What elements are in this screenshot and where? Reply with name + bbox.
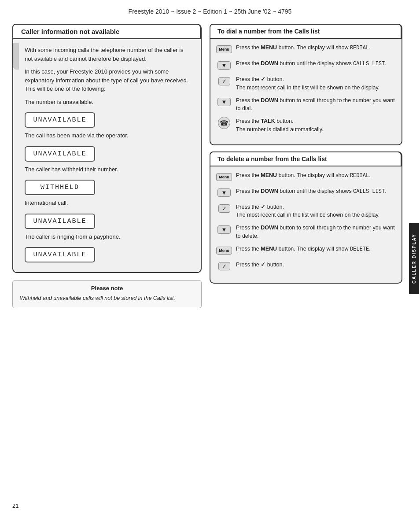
dial-step-1-text: Press the MENU button. The display will … [236,44,395,52]
item2-text: The call has been made via the operator. [25,131,193,140]
dial-step-3-text: Press the ✓ button. The most recent call… [236,75,395,92]
talk-button-icon: ☎ [218,117,230,129]
delete-step-3: ✓ Press the ✓ button. The most recent ca… [217,203,395,220]
delete-section-box: To delete a number from the Calls list M… [210,151,402,284]
menu-button-icon: Menu [216,45,232,53]
delete-step-2-icon: ▼ [217,187,232,199]
display-unavailable-2: UNAVAILABLE [25,146,95,162]
dial-step-3-icon: ✓ [217,75,232,87]
dial-step-1-icon: Menu [217,44,232,55]
display-withheld: WITHHELD [25,180,95,195]
please-note-body: Withheld and unavailable calls will not … [20,294,194,303]
down-button-icon-d4: ▼ [217,225,231,234]
delete-step-4-text: Press the DOWN button to scroll through … [236,224,395,240]
check-button-icon-d6: ✓ [218,262,230,270]
right-column: To dial a number from the Calls list Men… [210,24,402,308]
down-button-icon-2: ▼ [217,98,231,106]
menu-button-icon-d1: Menu [216,173,232,181]
menu-button-icon-d5: Menu [216,247,232,255]
dial-step-4-text: Press the DOWN button to scroll through … [236,96,395,113]
dial-step-2-text: Press the DOWN button until the display … [236,59,395,68]
dial-section-title: To dial a number from the Calls list [210,24,402,39]
caller-para2: In this case, your Freestyle 2010 provid… [25,67,193,93]
delete-section-body: Menu Press the MENU button. The display … [210,167,402,283]
item5-text: The caller is ringing from a payphone. [25,233,193,241]
dial-step-1: Menu Press the MENU button. The display … [217,44,395,55]
caller-info-box: Caller information not available With so… [12,24,202,273]
down-button-icon-d2: ▼ [217,188,231,197]
item1-text: The number is unavailable. [25,98,193,107]
dial-section-box: To dial a number from the Calls list Men… [210,24,402,145]
delete-step-1-icon: Menu [217,171,232,183]
delete-step-6: ✓ Press the ✓ button. [217,261,395,272]
dial-step-2: ▼ Press the DOWN button until the displa… [217,59,395,71]
check-button-icon-d3: ✓ [218,204,230,213]
delete-step-4: ▼ Press the DOWN button to scroll throug… [217,224,395,240]
caller-para1: With some incoming calls the telephone n… [25,46,193,63]
left-column: Caller information not available With so… [12,24,202,308]
side-tab: CALLER DISPLAY [408,132,420,385]
down-button-icon: ▼ [217,61,231,70]
dial-step-4: ▼ Press the DOWN button to scroll throug… [217,96,395,113]
delete-step-5-text: Press the MENU button. The display will … [236,245,395,253]
delete-step-3-icon: ✓ [217,203,232,214]
delete-step-6-text: Press the ✓ button. [236,261,395,269]
caller-info-title: Caller information not available [12,24,201,39]
dial-step-2-icon: ▼ [217,59,232,71]
delete-step-5: Menu Press the MENU button. The display … [217,245,395,256]
display-unavailable-3: UNAVAILABLE [25,214,95,229]
delete-step-3-text: Press the ✓ button. The most recent call… [236,203,395,220]
item3-text: The caller has withheld their number. [25,165,193,174]
page-number: 21 [12,502,18,509]
please-note-title: Please note [20,285,194,292]
dial-step-4-icon: ▼ [217,96,232,108]
delete-step-5-icon: Menu [217,245,232,256]
check-button-icon: ✓ [218,77,230,85]
display-unavailable-1: UNAVAILABLE [25,112,95,128]
page-header: Freestyle 2010 ~ Issue 2 ~ Edition 1 ~ 2… [0,0,420,19]
delete-step-4-icon: ▼ [217,224,232,235]
delete-section-title: To delete a number from the Calls list [210,151,402,166]
dial-step-5-icon: ☎ [217,117,232,129]
delete-step-1: Menu Press the MENU button. The display … [217,171,395,183]
dial-section-body: Menu Press the MENU button. The display … [210,39,402,144]
delete-step-2: ▼ Press the DOWN button until the displa… [217,187,395,199]
dial-step-5-text: Press the TALK button. The number is dia… [236,117,395,134]
dial-step-3: ✓ Press the ✓ button. The most recent ca… [217,75,395,92]
item4-text: International call. [25,199,193,207]
dial-step-5: ☎ Press the TALK button. The number is d… [217,117,395,134]
delete-step-6-icon: ✓ [217,261,232,272]
display-unavailable-4: UNAVAILABLE [25,247,95,262]
please-note-box: Please note Withheld and unavailable cal… [12,280,202,308]
delete-step-2-text: Press the DOWN button until the display … [236,187,395,196]
delete-step-1-text: Press the MENU button. The display will … [236,171,395,180]
